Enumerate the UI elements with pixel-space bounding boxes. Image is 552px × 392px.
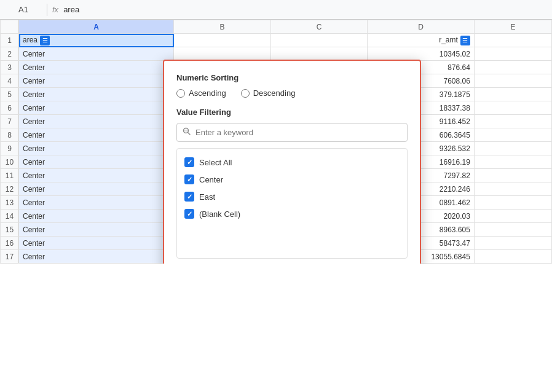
row-number: 14 — [1, 210, 19, 223]
cell-a10[interactable]: Center — [19, 155, 174, 169]
column-header-a[interactable]: A — [19, 20, 174, 34]
cell-a5[interactable]: Center — [19, 88, 174, 101]
row-number: 13 — [1, 196, 19, 210]
cell-e16[interactable] — [474, 237, 551, 250]
checkbox-item-1[interactable]: ✓Center — [177, 171, 407, 188]
filter-icon[interactable]: ☰ — [40, 36, 50, 45]
cell-e2[interactable] — [474, 47, 551, 61]
numeric-sorting-title: Numeric Sorting — [176, 73, 408, 82]
cell-b2[interactable] — [174, 47, 271, 61]
cell-reference: A1 — [5, 5, 42, 14]
checkbox-label-0: Select All — [199, 158, 232, 167]
cell-a15[interactable]: Center — [19, 223, 174, 237]
checkbox-list: ✓Select All✓Center✓East✓(Blank Cell) — [176, 148, 408, 259]
row-number: 6 — [1, 101, 19, 115]
column-header-c[interactable]: C — [270, 20, 368, 34]
cell-a2[interactable]: Center — [19, 47, 174, 61]
cell-d1[interactable]: r_amt☰ — [368, 34, 474, 47]
value-filtering-title: Value Filtering — [176, 108, 408, 117]
ascending-radio[interactable] — [176, 89, 185, 98]
cell-e4[interactable] — [474, 74, 551, 88]
cell-a16[interactable]: Center — [19, 237, 174, 250]
spreadsheet-grid: A B C D E 1area☰r_amt☰2Center10345.023Ce… — [0, 20, 552, 264]
row-number: 4 — [1, 74, 19, 88]
cell-e8[interactable] — [474, 128, 551, 142]
cell-e3[interactable] — [474, 61, 551, 74]
svg-line-1 — [188, 133, 191, 135]
cell-a4[interactable]: Center — [19, 74, 174, 88]
ascending-option[interactable]: Ascending — [176, 88, 226, 98]
table-row: 1area☰r_amt☰ — [1, 34, 552, 47]
checkbox-indicator-1: ✓ — [184, 174, 194, 184]
descending-radio[interactable] — [241, 89, 250, 98]
cell-b1[interactable] — [174, 34, 271, 47]
row-number: 17 — [1, 250, 19, 264]
checkbox-label-3: (Blank Cell) — [199, 210, 240, 219]
row-number: 9 — [1, 142, 19, 155]
cell-a13[interactable]: Center — [19, 196, 174, 210]
row-number: 3 — [1, 61, 19, 74]
cell-e1[interactable] — [474, 34, 551, 47]
cell-e7[interactable] — [474, 115, 551, 128]
cell-a11[interactable]: Center — [19, 169, 174, 182]
checkbox-item-3[interactable]: ✓(Blank Cell) — [177, 205, 407, 222]
cell-a3[interactable]: Center — [19, 61, 174, 74]
fx-icon: fx — [52, 5, 58, 14]
cell-a14[interactable]: Center — [19, 210, 174, 223]
row-number: 2 — [1, 47, 19, 61]
formula-value: area — [63, 5, 79, 14]
cell-a6[interactable]: Center — [19, 101, 174, 115]
cell-e5[interactable] — [474, 88, 551, 101]
keyword-search-input[interactable] — [195, 128, 402, 137]
search-filter-icon — [182, 127, 192, 138]
checkbox-item-0[interactable]: ✓Select All — [177, 154, 407, 171]
search-box[interactable] — [176, 123, 408, 142]
table-row: 2Center10345.02 — [1, 47, 552, 61]
checkbox-label-2: East — [199, 192, 215, 202]
cell-c1[interactable] — [270, 34, 368, 47]
filter-modal: Numeric Sorting Ascending Descending Val… — [163, 60, 421, 264]
cell-a1[interactable]: area☰ — [19, 34, 174, 47]
checkbox-label-1: Center — [199, 175, 223, 184]
cell-e15[interactable] — [474, 223, 551, 237]
cell-e11[interactable] — [474, 169, 551, 182]
descending-label: Descending — [253, 88, 296, 98]
cell-a9[interactable]: Center — [19, 142, 174, 155]
cell-e17[interactable] — [474, 250, 551, 264]
checkbox-item-2[interactable]: ✓East — [177, 188, 407, 205]
column-header-b[interactable]: B — [174, 20, 271, 34]
sorting-options: Ascending Descending — [176, 88, 408, 98]
top-bar: A1 fx area — [0, 0, 552, 20]
row-number: 15 — [1, 223, 19, 237]
cell-e14[interactable] — [474, 210, 551, 223]
checkbox-indicator-2: ✓ — [184, 192, 194, 202]
cell-a7[interactable]: Center — [19, 115, 174, 128]
row-number: 8 — [1, 128, 19, 142]
cell-e6[interactable] — [474, 101, 551, 115]
filter-icon-d[interactable]: ☰ — [460, 36, 470, 45]
checkbox-indicator-3: ✓ — [184, 209, 194, 219]
column-header-e[interactable]: E — [474, 20, 551, 34]
row-number: 1 — [1, 34, 19, 47]
cell-a12[interactable]: Center — [19, 182, 174, 196]
cell-e12[interactable] — [474, 182, 551, 196]
row-number: 12 — [1, 182, 19, 196]
row-number: 5 — [1, 88, 19, 101]
cell-e13[interactable] — [474, 196, 551, 210]
row-number: 7 — [1, 115, 19, 128]
cell-e10[interactable] — [474, 155, 551, 169]
column-header-d[interactable]: D — [368, 20, 474, 34]
fx-divider — [47, 4, 47, 16]
row-number: 16 — [1, 237, 19, 250]
checkbox-indicator-0: ✓ — [184, 157, 194, 167]
cell-a8[interactable]: Center — [19, 128, 174, 142]
row-number: 11 — [1, 169, 19, 182]
cell-c2[interactable] — [270, 47, 368, 61]
cell-a17[interactable]: Center — [19, 250, 174, 264]
corner-header — [1, 20, 19, 34]
cell-e9[interactable] — [474, 142, 551, 155]
descending-option[interactable]: Descending — [241, 88, 296, 98]
cell-d2[interactable]: 10345.02 — [368, 47, 474, 61]
ascending-label: Ascending — [189, 88, 226, 98]
row-number: 10 — [1, 155, 19, 169]
